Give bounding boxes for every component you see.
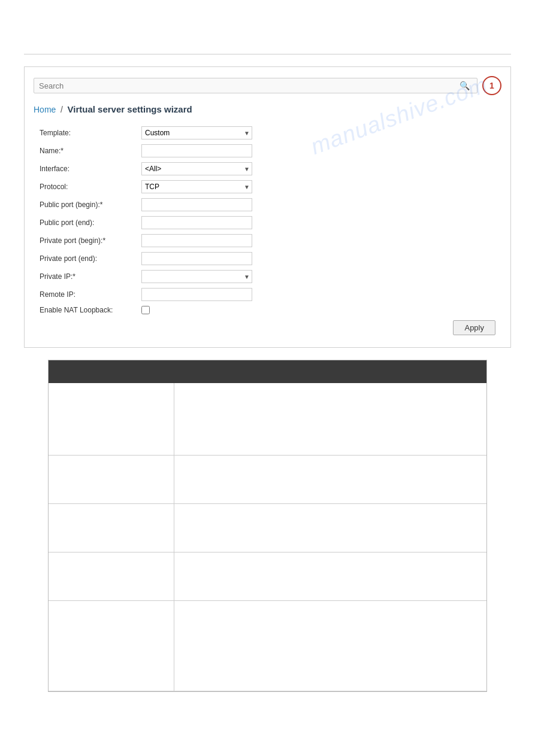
table-row	[49, 383, 486, 456]
priv-port-end-row: Private port (end):	[40, 252, 495, 265]
wizard-form: Template: Custom ▼ Name:* Interface:	[34, 123, 501, 338]
template-row: Template: Custom ▼	[40, 126, 495, 139]
private-ip-row: Private IP:* ▼	[40, 270, 495, 283]
priv-port-end-label: Private port (end):	[40, 254, 141, 263]
remote-ip-row: Remote IP:	[40, 288, 495, 301]
name-label: Name:*	[40, 147, 141, 155]
table-row	[49, 552, 486, 601]
pub-port-begin-label: Public port (begin):*	[40, 201, 141, 209]
breadcrumb-separator: /	[61, 105, 63, 114]
remote-ip-input[interactable]	[141, 288, 252, 301]
template-select-wrapper: Custom ▼	[141, 126, 252, 139]
pub-port-end-label: Public port (end):	[40, 218, 141, 227]
priv-port-end-input[interactable]	[141, 252, 252, 265]
search-input[interactable]	[39, 81, 457, 90]
name-row: Name:*	[40, 144, 495, 157]
pub-port-end-input[interactable]	[141, 216, 252, 229]
table-cell-left	[49, 552, 174, 600]
table-row	[49, 601, 486, 691]
table-row	[49, 456, 486, 504]
protocol-label: Protocol:	[40, 183, 141, 191]
top-divider	[24, 54, 511, 54]
interface-select-wrapper: <All> ▼	[141, 162, 252, 175]
table-cell-left	[49, 383, 174, 455]
private-ip-select[interactable]	[141, 270, 252, 283]
nat-loopback-label: Enable NAT Loopback:	[40, 306, 141, 314]
apply-row: Apply	[40, 320, 495, 335]
table-cell-right	[174, 504, 486, 552]
badge-circle: 1	[482, 76, 501, 95]
table-cell-left	[49, 456, 174, 503]
pub-port-begin-input[interactable]	[141, 198, 252, 211]
breadcrumb: Home / Virtual server settings wizard	[34, 104, 501, 114]
interface-label: Interface:	[40, 165, 141, 173]
apply-button[interactable]: Apply	[453, 320, 495, 335]
priv-port-begin-input[interactable]	[141, 234, 252, 247]
breadcrumb-home[interactable]: Home	[34, 105, 56, 114]
table-cell-right	[174, 552, 486, 600]
search-icon-button[interactable]: 🔍	[457, 81, 472, 90]
name-input[interactable]	[141, 144, 252, 157]
table-cell-left	[49, 504, 174, 552]
wizard-card: manualshive.com 🔍 1 Home / Virtual serve…	[24, 66, 511, 348]
table-cell-right	[174, 383, 486, 455]
table-cell-right	[174, 601, 486, 691]
interface-select[interactable]: <All>	[141, 162, 252, 175]
nat-loopback-row: Enable NAT Loopback:	[40, 306, 495, 314]
protocol-select-wrapper: TCP ▼	[141, 180, 252, 193]
private-ip-select-wrapper: ▼	[141, 270, 252, 283]
protocol-select[interactable]: TCP	[141, 180, 252, 193]
template-label: Template:	[40, 129, 141, 137]
pub-port-begin-row: Public port (begin):*	[40, 198, 495, 211]
interface-row: Interface: <All> ▼	[40, 162, 495, 175]
pub-port-end-row: Public port (end):	[40, 216, 495, 229]
breadcrumb-current: Virtual server settings wizard	[68, 104, 192, 114]
priv-port-begin-label: Private port (begin):*	[40, 236, 141, 245]
search-input-wrapper: 🔍	[34, 78, 477, 93]
table-cell-right	[174, 456, 486, 503]
nat-loopback-checkbox[interactable]	[141, 306, 150, 314]
template-select[interactable]: Custom	[141, 126, 252, 139]
table-section	[48, 360, 487, 692]
table-cell-left	[49, 601, 174, 691]
table-header	[49, 360, 486, 383]
table-row	[49, 504, 486, 552]
priv-port-begin-row: Private port (begin):*	[40, 234, 495, 247]
protocol-row: Protocol: TCP ▼	[40, 180, 495, 193]
private-ip-label: Private IP:*	[40, 272, 141, 281]
remote-ip-label: Remote IP:	[40, 290, 141, 299]
search-bar-container: 🔍 1	[34, 76, 501, 95]
main-content: manualshive.com 🔍 1 Home / Virtual serve…	[0, 66, 535, 692]
